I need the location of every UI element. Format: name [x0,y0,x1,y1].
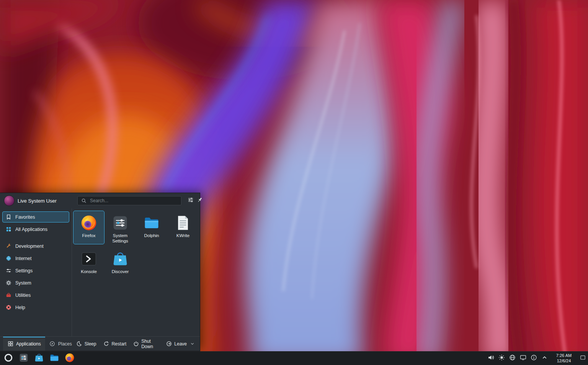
task-discover[interactable] [31,352,47,365]
clock-time: 7:26 AM [553,353,575,358]
application-launcher-button[interactable] [1,352,16,365]
sort-sliders-icon [188,197,194,205]
sidebar-item-label: Development [15,244,44,249]
show-desktop-button[interactable] [579,352,586,365]
dolphin-icon [49,353,59,364]
leave-button[interactable]: Leave [166,341,195,347]
tab-applications[interactable]: Applications [3,337,45,351]
sidebar-item-label: Utilities [15,293,31,298]
search-icon [80,198,87,204]
kickoff-launcher-menu: Live System User [0,193,200,351]
kickoff-sidebar: Favorites All Applications Development [0,208,72,336]
sleep-button[interactable]: Sleep [76,341,96,347]
action-label: Sleep [85,341,96,347]
sidebar-item-development[interactable]: Development [2,241,69,252]
applications-grid-icon [7,341,13,347]
user-name: Live System User [18,198,74,204]
app-tile-label: System Settings [105,233,135,244]
info-circle-icon [531,354,537,362]
restart-icon [103,341,109,347]
task-firefox[interactable] [62,352,77,365]
sidebar-item-label: Help [15,305,25,310]
shutdown-button[interactable]: Shut Down [133,339,159,349]
system-tray: 7:26 AM 12/6/24 [486,352,587,365]
wrench-icon [5,243,12,249]
sidebar-item-settings[interactable]: Settings [2,265,69,276]
app-grid-icon [5,226,12,232]
pin-menu-button[interactable] [197,196,203,206]
network-tray-item[interactable] [508,354,517,363]
app-tile-label: Firefox [82,233,95,239]
sidebar-item-label: Internet [15,256,31,261]
speaker-icon [488,354,494,362]
launcher-ring-icon [3,353,13,364]
power-icon [133,341,139,347]
moon-icon [76,341,82,347]
sidebar-item-label: Settings [15,268,33,273]
notifications-tray-item[interactable] [529,354,538,363]
tab-places[interactable]: Places [45,337,76,351]
sidebar-item-label: System [15,280,31,286]
desktop: Live System User [0,0,588,365]
display-tray-item[interactable] [518,354,528,363]
tab-label: Applications [16,341,41,347]
kickoff-footer: Applications Places Sleep [0,336,200,351]
app-tile-konsole[interactable]: Konsole [73,247,105,280]
app-tile-firefox[interactable]: Firefox [73,211,105,244]
favorites-grid: Firefox System S [72,208,200,336]
dolphin-icon [143,214,160,231]
clock-date: 12/6/24 [553,358,575,364]
search-input[interactable] [89,198,178,204]
discover-icon [112,250,129,267]
app-tile-discover[interactable]: Discover [105,247,136,280]
sidebar-item-favorites[interactable]: Favorites [2,211,69,223]
system-settings-icon [112,214,129,231]
app-tile-kwrite[interactable]: KWrite [167,211,199,244]
action-label: Leave [174,341,187,347]
sidebar-item-label: Favorites [15,214,35,220]
firefox-icon [65,353,75,364]
sidebar-item-utilities[interactable]: Utilities [2,290,69,301]
desktop-peek-icon [580,355,586,362]
monitor-icon [520,354,526,362]
kickoff-header: Live System User [0,193,200,208]
sidebar-item-help[interactable]: Help [2,302,69,313]
restart-button[interactable]: Restart [103,341,126,347]
brightness-tray-item[interactable] [497,354,506,363]
digital-clock[interactable]: 7:26 AM 12/6/24 [553,353,575,364]
expand-tray-button[interactable] [540,354,549,363]
app-tile-label: Dolphin [144,233,159,239]
volume-tray-item[interactable] [486,354,495,363]
pin-icon [197,197,203,205]
task-dolphin[interactable] [47,352,62,365]
chevron-down-icon [189,341,195,347]
kwrite-icon [175,214,191,231]
sliders-icon [5,267,12,274]
tab-label: Places [58,341,72,347]
system-settings-icon [19,353,29,364]
app-tile-dolphin[interactable]: Dolphin [136,211,167,244]
search-field[interactable] [77,196,181,205]
lifebuoy-icon [5,304,12,311]
action-label: Shut Down [141,339,159,349]
sidebar-item-label: All Applications [15,227,47,232]
taskbar-panel: 7:26 AM 12/6/24 [0,351,588,365]
toolbox-icon [5,292,12,298]
app-tile-label: Konsole [81,269,97,275]
sidebar-item-all-applications[interactable]: All Applications [2,224,69,235]
sort-options-button[interactable] [188,196,194,206]
kickoff-body: Favorites All Applications Development [0,208,200,336]
app-tile-system-settings[interactable]: System Settings [105,211,136,244]
app-tile-label: KWrite [176,233,189,239]
task-system-settings[interactable] [16,352,31,365]
sidebar-item-system[interactable]: System [2,277,69,288]
sidebar-item-internet[interactable]: Internet [2,253,69,264]
discover-icon [34,353,44,364]
compass-icon [49,341,56,347]
sidebar-separator [2,236,69,241]
chevron-up-icon [541,354,548,362]
firefox-icon [80,214,97,231]
logout-icon [166,341,172,347]
user-avatar[interactable] [4,195,15,206]
bookmark-icon [5,214,12,220]
